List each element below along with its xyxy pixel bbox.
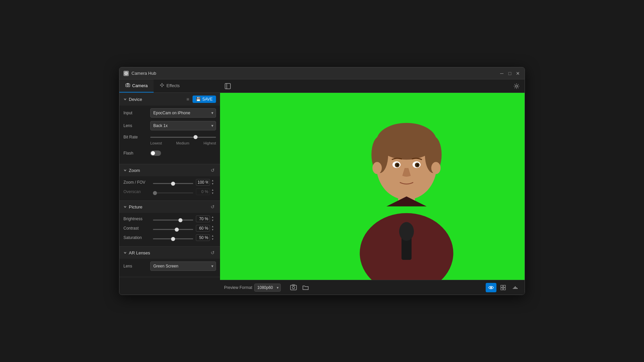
input-label: Input xyxy=(123,111,150,115)
effects-tab-icon xyxy=(160,83,164,88)
zoom-reset-button[interactable]: ↺ xyxy=(209,167,216,174)
brightness-up-button[interactable]: ▲ xyxy=(211,216,215,219)
svg-rect-29 xyxy=(503,285,505,287)
title-bar: Camera Hub ─ □ ✕ xyxy=(119,67,525,79)
maximize-button[interactable]: □ xyxy=(507,71,513,76)
contrast-up-button[interactable]: ▲ xyxy=(211,225,215,228)
overscan-row: Overscan ▲ ▼ xyxy=(123,188,216,195)
preview-area: Preview Format 1080p60 1080p30 720p60 72… xyxy=(220,79,525,295)
preview-toolbar xyxy=(220,79,525,93)
svg-point-7 xyxy=(516,85,518,87)
ar-lens-select[interactable]: Green Screen xyxy=(150,261,216,271)
lens-row: Lens Back 1x xyxy=(123,121,216,130)
zoom-chevron-icon xyxy=(123,169,127,172)
svg-rect-31 xyxy=(503,288,505,290)
overscan-down-button[interactable]: ▼ xyxy=(211,192,215,195)
picture-section-actions: ↺ xyxy=(209,203,216,210)
brightness-down-button[interactable]: ▼ xyxy=(211,219,215,222)
svg-point-14 xyxy=(372,162,382,174)
person-silhouette xyxy=(350,93,464,280)
saturation-value[interactable] xyxy=(196,234,210,241)
input-select[interactable]: EpocCam on iPhone xyxy=(150,108,216,118)
green-screen-background xyxy=(220,93,525,280)
overscan-stepper: ▲ ▼ xyxy=(211,188,215,195)
zoom-section-header[interactable]: Zoom ↺ xyxy=(119,164,220,176)
device-section-header[interactable]: Device ≡ 💾 SAVE xyxy=(119,93,220,106)
zoom-section: Zoom ↺ Zoom / FOV xyxy=(119,164,220,201)
ar-lenses-section-content: Lens Green Screen xyxy=(119,259,220,277)
ar-lenses-section-header[interactable]: AR Lenses ↺ xyxy=(119,247,220,259)
contrast-label: Contrast xyxy=(123,226,150,231)
zoom-fov-down-button[interactable]: ▼ xyxy=(211,182,215,186)
svg-point-1 xyxy=(126,73,127,74)
ar-lens-row: Lens Green Screen xyxy=(123,261,216,271)
saturation-stepper: ▲ ▼ xyxy=(211,234,215,241)
saturation-up-button[interactable]: ▲ xyxy=(211,234,215,238)
tab-effects[interactable]: Effects xyxy=(154,79,186,93)
brightness-row: Brightness ▲ ▼ xyxy=(123,216,216,222)
device-settings-button[interactable]: ≡ xyxy=(185,96,191,103)
contrast-slider[interactable] xyxy=(153,229,193,230)
preview-settings-button[interactable] xyxy=(512,81,521,91)
preview-format-select[interactable]: 1080p60 1080p30 720p60 720p30 xyxy=(254,284,281,292)
tab-camera[interactable]: Camera xyxy=(119,79,154,93)
picture-reset-button[interactable]: ↺ xyxy=(209,203,216,210)
folder-button[interactable] xyxy=(301,283,310,292)
contrast-stepper: ▲ ▼ xyxy=(211,225,215,232)
save-label: SAVE xyxy=(202,97,213,102)
save-button[interactable]: 💾 SAVE xyxy=(193,96,216,103)
lens-select[interactable]: Back 1x xyxy=(150,121,216,130)
panel-toggle-button[interactable] xyxy=(223,82,232,90)
overscan-up-button[interactable]: ▲ xyxy=(211,188,215,192)
screenshot-button[interactable] xyxy=(289,283,298,292)
brightness-slider[interactable] xyxy=(153,220,193,221)
flash-toggle[interactable] xyxy=(150,150,161,156)
preview-format-label: Preview Format xyxy=(224,285,252,290)
zoom-fov-slider[interactable] xyxy=(153,183,193,184)
contrast-down-button[interactable]: ▼ xyxy=(211,228,215,232)
zoom-fov-value[interactable] xyxy=(196,179,210,186)
bottom-actions xyxy=(289,283,310,292)
overscan-slider[interactable] xyxy=(153,192,193,193)
zoom-section-actions: ↺ xyxy=(209,167,216,174)
bitrate-section: Bit Rate Lowest Medium Highest xyxy=(123,134,216,145)
saturation-row: Saturation ▲ ▼ xyxy=(123,234,216,241)
overscan-label: Overscan xyxy=(123,189,150,194)
preview-video xyxy=(220,93,525,280)
saturation-down-button[interactable]: ▼ xyxy=(211,238,215,241)
overscan-slider-wrap xyxy=(153,189,193,195)
ar-lens-label: Lens xyxy=(123,264,150,268)
bitrate-lowest: Lowest xyxy=(150,141,162,145)
saturation-slider[interactable] xyxy=(153,238,193,239)
zoom-fov-up-button[interactable]: ▲ xyxy=(211,179,215,182)
bitrate-label: Bit Rate xyxy=(123,135,150,139)
preview-view-button[interactable] xyxy=(486,283,496,292)
svg-rect-2 xyxy=(126,84,130,87)
main-content: Camera Effects Device xyxy=(119,79,525,295)
flash-toggle-thumb xyxy=(151,151,155,155)
input-select-wrapper: EpocCam on iPhone xyxy=(150,108,216,118)
contrast-row: Contrast ▲ ▼ xyxy=(123,225,216,232)
audio-view-button[interactable] xyxy=(510,283,521,292)
picture-section-header[interactable]: Picture ↺ xyxy=(119,201,220,213)
brightness-value[interactable] xyxy=(196,216,210,222)
ar-lenses-reset-button[interactable]: ↺ xyxy=(209,249,216,256)
ar-lenses-section: AR Lenses ↺ Lens Green Screen xyxy=(119,247,220,277)
svg-point-27 xyxy=(490,287,492,288)
zoom-fov-slider-wrap xyxy=(153,179,193,185)
minimize-button[interactable]: ─ xyxy=(499,71,504,76)
grid-view-button[interactable] xyxy=(498,283,508,292)
overscan-value-wrap: ▲ ▼ xyxy=(196,188,216,195)
bitrate-slider[interactable] xyxy=(150,137,216,138)
svg-point-21 xyxy=(417,164,419,166)
picture-section-content: Brightness ▲ ▼ xyxy=(119,213,220,246)
brightness-stepper: ▲ ▼ xyxy=(211,216,215,222)
overscan-value[interactable] xyxy=(196,188,210,195)
zoom-fov-row: Zoom / FOV ▲ ▼ xyxy=(123,179,216,186)
contrast-value[interactable] xyxy=(196,225,210,232)
close-button[interactable]: ✕ xyxy=(515,71,521,76)
lens-select-wrapper: Back 1x xyxy=(150,121,216,130)
sidebar-tabs: Camera Effects xyxy=(119,79,220,93)
device-section: Device ≡ 💾 SAVE Input xyxy=(119,93,220,164)
svg-point-25 xyxy=(292,286,295,289)
